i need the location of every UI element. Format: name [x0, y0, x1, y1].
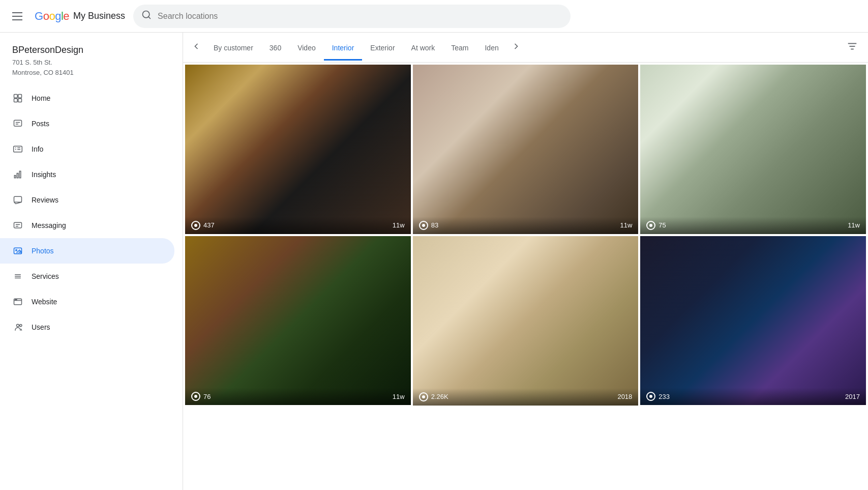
messaging-label: Messaging: [32, 221, 66, 229]
tab-by-customer[interactable]: By customer: [205, 35, 261, 61]
info-label: Info: [32, 145, 43, 153]
reviews-label: Reviews: [32, 196, 58, 204]
sidebar-item-home[interactable]: Home: [0, 85, 174, 111]
sidebar-item-posts[interactable]: Posts: [0, 111, 174, 136]
app-logo: Google My Business: [35, 10, 125, 23]
photo-overlay-1: 437 11w: [185, 217, 411, 234]
topbar: Google My Business: [0, 0, 868, 33]
tab-iden[interactable]: Iden: [476, 35, 506, 61]
sort-button[interactable]: [841, 33, 864, 62]
posts-label: Posts: [32, 120, 49, 128]
users-icon: [12, 322, 23, 333]
photo-overlay-4: 76 11w: [185, 388, 411, 405]
home-label: Home: [32, 94, 50, 102]
tab-video[interactable]: Video: [289, 35, 324, 61]
services-icon: [12, 271, 23, 282]
svg-rect-9: [14, 146, 22, 152]
photo-time-5: 2018: [617, 393, 632, 400]
svg-rect-15: [17, 174, 18, 178]
photo-grid: 437 11w 83 11w: [183, 63, 868, 408]
reviews-icon: [12, 194, 23, 206]
insights-label: Insights: [32, 170, 56, 179]
photo-cell-4[interactable]: 76 11w: [185, 236, 411, 406]
photo-overlay-6: 233 2017: [640, 388, 866, 405]
photo-time-3: 11w: [848, 221, 860, 229]
search-input[interactable]: [158, 12, 562, 21]
sidebar-item-website[interactable]: Website: [0, 289, 174, 314]
photo-views-2: 83: [419, 221, 438, 230]
svg-rect-18: [14, 222, 22, 228]
photo-time-4: 11w: [393, 393, 405, 400]
sidebar-item-reviews[interactable]: Reviews: [0, 187, 174, 213]
sidebar: BPetersonDesign 701 S. 5th St. Montrose,…: [0, 33, 183, 490]
search-icon: [141, 10, 152, 22]
tab-interior[interactable]: Interior: [324, 35, 363, 61]
svg-rect-16: [19, 171, 21, 178]
photo-cell-1[interactable]: 437 11w: [185, 65, 411, 234]
svg-point-31: [20, 325, 22, 327]
photo-cell-5[interactable]: 2.26K 2018: [413, 236, 639, 406]
business-name: BPetersonDesign: [12, 45, 170, 55]
photo-overlay-3: 75 11w: [640, 217, 866, 234]
photo-views-4: 76: [191, 392, 211, 401]
svg-point-29: [16, 299, 17, 300]
photo-overlay-2: 83 11w: [413, 217, 639, 234]
insights-icon: [12, 169, 23, 180]
tab-360[interactable]: 360: [261, 35, 289, 61]
svg-rect-3: [18, 95, 22, 98]
svg-rect-6: [14, 120, 22, 126]
photo-time-1: 11w: [393, 221, 405, 229]
tab-team[interactable]: Team: [443, 35, 476, 61]
users-label: Users: [32, 323, 50, 331]
photo-views-5: 2.26K: [419, 392, 448, 401]
tab-next-arrow[interactable]: [507, 33, 525, 62]
photo-cell-6[interactable]: 233 2017: [640, 236, 866, 406]
info-icon: [12, 143, 23, 155]
services-label: Services: [32, 272, 59, 280]
sidebar-item-photos[interactable]: Photos: [0, 238, 174, 264]
tab-at-work[interactable]: At work: [403, 35, 443, 61]
photo-time-6: 2017: [845, 393, 860, 400]
svg-line-1: [148, 17, 151, 19]
eye-icon-5: [419, 392, 428, 401]
sidebar-item-insights[interactable]: Insights: [0, 162, 174, 187]
hamburger-button[interactable]: [8, 8, 26, 24]
sidebar-item-info[interactable]: Info: [0, 136, 174, 162]
svg-rect-4: [14, 99, 18, 102]
posts-icon: [12, 118, 23, 129]
eye-icon-1: [191, 221, 200, 230]
content-area: By customer 360 Video Interior Exterior …: [183, 33, 868, 490]
sidebar-item-services[interactable]: Services: [0, 264, 174, 289]
main-layout: BPetersonDesign 701 S. 5th St. Montrose,…: [0, 33, 868, 490]
eye-icon-4: [191, 392, 200, 401]
app-title: My Business: [73, 11, 125, 21]
messaging-icon: [12, 220, 23, 231]
photo-cell-2[interactable]: 83 11w: [413, 65, 639, 234]
photo-overlay-5: 2.26K 2018: [413, 388, 639, 406]
svg-point-28: [15, 299, 16, 300]
svg-point-30: [17, 324, 19, 327]
svg-rect-2: [14, 95, 18, 98]
eye-icon-2: [419, 221, 428, 230]
eye-icon-3: [646, 221, 655, 230]
eye-icon-6: [646, 392, 655, 401]
photo-time-2: 11w: [620, 221, 632, 229]
tab-exterior[interactable]: Exterior: [362, 35, 403, 61]
svg-rect-17: [14, 196, 22, 202]
photo-cell-3[interactable]: 75 11w: [640, 65, 866, 234]
business-address: 701 S. 5th St. Montrose, CO 81401: [12, 57, 170, 77]
home-icon: [12, 93, 23, 104]
website-icon: [12, 296, 23, 307]
search-bar[interactable]: [133, 5, 571, 28]
tab-prev-arrow[interactable]: [187, 33, 205, 62]
svg-rect-5: [18, 99, 22, 102]
photo-views-1: 437: [191, 221, 215, 230]
address-line1: 701 S. 5th St.: [12, 59, 52, 66]
sidebar-item-messaging[interactable]: Messaging: [0, 213, 174, 238]
website-label: Website: [32, 298, 57, 306]
google-logo-text: Google: [35, 10, 69, 23]
photos-icon: [12, 245, 23, 256]
sidebar-item-users[interactable]: Users: [0, 314, 174, 340]
business-info: BPetersonDesign 701 S. 5th St. Montrose,…: [0, 41, 183, 85]
photo-tabs: By customer 360 Video Interior Exterior …: [183, 33, 868, 63]
